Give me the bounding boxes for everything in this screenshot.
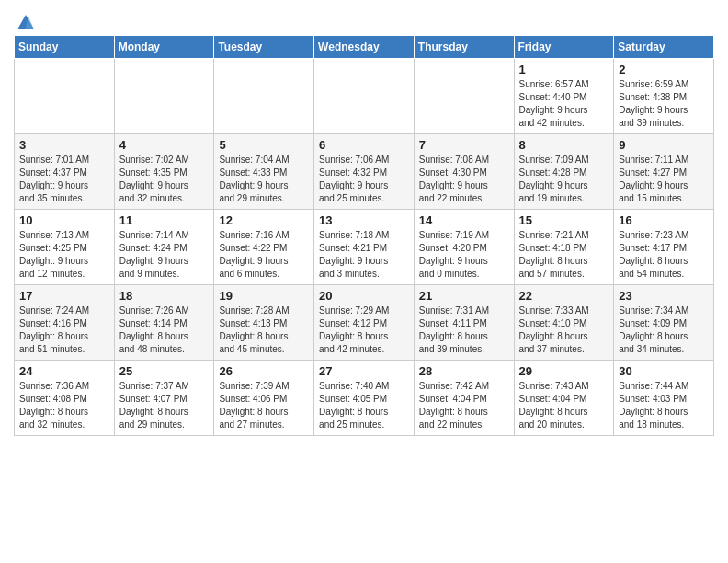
day-info: Sunrise: 7:28 AM Sunset: 4:13 PM Dayligh… — [219, 304, 309, 356]
day-info: Sunrise: 7:23 AM Sunset: 4:17 PM Dayligh… — [619, 229, 709, 281]
calendar-cell: 5Sunrise: 7:04 AM Sunset: 4:33 PM Daylig… — [214, 134, 314, 210]
calendar-cell: 15Sunrise: 7:21 AM Sunset: 4:18 PM Dayli… — [514, 210, 614, 285]
calendar-cell: 1Sunrise: 6:57 AM Sunset: 4:40 PM Daylig… — [514, 59, 614, 134]
weekday-header-friday: Friday — [514, 36, 614, 59]
calendar-cell: 28Sunrise: 7:42 AM Sunset: 4:04 PM Dayli… — [414, 361, 514, 436]
day-info: Sunrise: 7:43 AM Sunset: 4:04 PM Dayligh… — [519, 380, 609, 431]
day-info: Sunrise: 6:59 AM Sunset: 4:38 PM Dayligh… — [619, 78, 709, 130]
day-number: 9 — [619, 138, 709, 152]
calendar-cell: 12Sunrise: 7:16 AM Sunset: 4:22 PM Dayli… — [214, 210, 314, 285]
calendar-cell: 26Sunrise: 7:39 AM Sunset: 4:06 PM Dayli… — [214, 361, 314, 436]
day-info: Sunrise: 7:18 AM Sunset: 4:21 PM Dayligh… — [319, 229, 409, 281]
day-info: Sunrise: 7:40 AM Sunset: 4:05 PM Dayligh… — [319, 380, 409, 431]
calendar-cell: 13Sunrise: 7:18 AM Sunset: 4:21 PM Dayli… — [314, 210, 415, 285]
calendar-cell: 14Sunrise: 7:19 AM Sunset: 4:20 PM Dayli… — [414, 210, 514, 285]
day-number: 24 — [19, 364, 109, 378]
week-row-1: 1Sunrise: 6:57 AM Sunset: 4:40 PM Daylig… — [15, 59, 714, 134]
calendar-cell — [15, 59, 115, 134]
day-number: 16 — [619, 213, 709, 227]
calendar-cell: 27Sunrise: 7:40 AM Sunset: 4:05 PM Dayli… — [314, 361, 415, 436]
weekday-header-tuesday: Tuesday — [214, 36, 314, 59]
day-info: Sunrise: 7:21 AM Sunset: 4:18 PM Dayligh… — [519, 229, 609, 281]
calendar-cell — [414, 59, 514, 134]
day-info: Sunrise: 7:19 AM Sunset: 4:20 PM Dayligh… — [419, 229, 509, 281]
day-info: Sunrise: 7:09 AM Sunset: 4:28 PM Dayligh… — [519, 154, 609, 205]
calendar-cell: 24Sunrise: 7:36 AM Sunset: 4:08 PM Dayli… — [15, 361, 115, 436]
calendar-cell: 11Sunrise: 7:14 AM Sunset: 4:24 PM Dayli… — [114, 210, 214, 285]
day-number: 15 — [519, 213, 609, 227]
day-number: 22 — [519, 289, 609, 303]
day-info: Sunrise: 7:39 AM Sunset: 4:06 PM Dayligh… — [219, 380, 309, 431]
weekday-header-monday: Monday — [114, 36, 214, 59]
day-number: 17 — [19, 289, 109, 303]
day-number: 10 — [19, 213, 109, 227]
calendar-cell: 6Sunrise: 7:06 AM Sunset: 4:32 PM Daylig… — [314, 134, 415, 210]
calendar-cell — [214, 59, 314, 134]
calendar-table: SundayMondayTuesdayWednesdayThursdayFrid… — [14, 35, 714, 436]
calendar-cell: 3Sunrise: 7:01 AM Sunset: 4:37 PM Daylig… — [15, 134, 115, 210]
day-number: 30 — [619, 364, 709, 378]
day-number: 21 — [419, 289, 509, 303]
day-number: 3 — [19, 138, 109, 152]
day-info: Sunrise: 7:24 AM Sunset: 4:16 PM Dayligh… — [19, 304, 109, 356]
weekday-header-saturday: Saturday — [614, 36, 714, 59]
day-info: Sunrise: 7:26 AM Sunset: 4:14 PM Dayligh… — [119, 304, 210, 356]
calendar-cell: 17Sunrise: 7:24 AM Sunset: 4:16 PM Dayli… — [15, 285, 115, 361]
day-info: Sunrise: 7:37 AM Sunset: 4:07 PM Dayligh… — [119, 380, 210, 431]
day-number: 28 — [419, 364, 509, 378]
weekday-header-thursday: Thursday — [414, 36, 514, 59]
calendar-cell: 19Sunrise: 7:28 AM Sunset: 4:13 PM Dayli… — [214, 285, 314, 361]
calendar-cell: 16Sunrise: 7:23 AM Sunset: 4:17 PM Dayli… — [614, 210, 714, 285]
day-info: Sunrise: 7:34 AM Sunset: 4:09 PM Dayligh… — [619, 304, 709, 356]
day-info: Sunrise: 7:01 AM Sunset: 4:37 PM Dayligh… — [19, 154, 109, 205]
day-info: Sunrise: 7:14 AM Sunset: 4:24 PM Dayligh… — [119, 229, 210, 281]
day-number: 20 — [319, 289, 409, 303]
calendar-cell: 9Sunrise: 7:11 AM Sunset: 4:27 PM Daylig… — [614, 134, 714, 210]
calendar-cell: 20Sunrise: 7:29 AM Sunset: 4:12 PM Dayli… — [314, 285, 415, 361]
day-info: Sunrise: 7:06 AM Sunset: 4:32 PM Dayligh… — [319, 154, 409, 205]
calendar-cell: 22Sunrise: 7:33 AM Sunset: 4:10 PM Dayli… — [514, 285, 614, 361]
day-info: Sunrise: 7:29 AM Sunset: 4:12 PM Dayligh… — [319, 304, 409, 356]
week-row-5: 24Sunrise: 7:36 AM Sunset: 4:08 PM Dayli… — [15, 361, 714, 436]
calendar-cell: 18Sunrise: 7:26 AM Sunset: 4:14 PM Dayli… — [114, 285, 214, 361]
logo-icon — [16, 13, 36, 33]
calendar-cell: 21Sunrise: 7:31 AM Sunset: 4:11 PM Dayli… — [414, 285, 514, 361]
day-number: 19 — [219, 289, 309, 303]
calendar-cell: 2Sunrise: 6:59 AM Sunset: 4:38 PM Daylig… — [614, 59, 714, 134]
day-info: Sunrise: 7:36 AM Sunset: 4:08 PM Dayligh… — [19, 380, 109, 431]
day-info: Sunrise: 6:57 AM Sunset: 4:40 PM Dayligh… — [519, 78, 609, 130]
day-info: Sunrise: 7:33 AM Sunset: 4:10 PM Dayligh… — [519, 304, 609, 356]
day-number: 4 — [119, 138, 210, 152]
day-number: 11 — [119, 213, 210, 227]
week-row-3: 10Sunrise: 7:13 AM Sunset: 4:25 PM Dayli… — [15, 210, 714, 285]
day-number: 27 — [319, 364, 409, 378]
calendar-cell: 30Sunrise: 7:44 AM Sunset: 4:03 PM Dayli… — [614, 361, 714, 436]
day-number: 18 — [119, 289, 210, 303]
day-number: 13 — [319, 213, 409, 227]
day-info: Sunrise: 7:42 AM Sunset: 4:04 PM Dayligh… — [419, 380, 509, 431]
day-number: 26 — [219, 364, 309, 378]
calendar-cell: 4Sunrise: 7:02 AM Sunset: 4:35 PM Daylig… — [114, 134, 214, 210]
day-info: Sunrise: 7:13 AM Sunset: 4:25 PM Dayligh… — [19, 229, 109, 281]
day-number: 7 — [419, 138, 509, 152]
calendar-cell — [314, 59, 415, 134]
calendar-cell — [114, 59, 214, 134]
day-number: 23 — [619, 289, 709, 303]
day-info: Sunrise: 7:02 AM Sunset: 4:35 PM Dayligh… — [119, 154, 210, 205]
calendar-cell: 7Sunrise: 7:08 AM Sunset: 4:30 PM Daylig… — [414, 134, 514, 210]
day-number: 29 — [519, 364, 609, 378]
weekday-header-row: SundayMondayTuesdayWednesdayThursdayFrid… — [15, 36, 714, 59]
day-number: 8 — [519, 138, 609, 152]
day-info: Sunrise: 7:04 AM Sunset: 4:33 PM Dayligh… — [219, 154, 309, 205]
day-info: Sunrise: 7:08 AM Sunset: 4:30 PM Dayligh… — [419, 154, 509, 205]
day-info: Sunrise: 7:16 AM Sunset: 4:22 PM Dayligh… — [219, 229, 309, 281]
day-number: 1 — [519, 63, 609, 76]
calendar-cell: 25Sunrise: 7:37 AM Sunset: 4:07 PM Dayli… — [114, 361, 214, 436]
calendar-cell: 8Sunrise: 7:09 AM Sunset: 4:28 PM Daylig… — [514, 134, 614, 210]
week-row-4: 17Sunrise: 7:24 AM Sunset: 4:16 PM Dayli… — [15, 285, 714, 361]
day-info: Sunrise: 7:11 AM Sunset: 4:27 PM Dayligh… — [619, 154, 709, 205]
day-number: 6 — [319, 138, 409, 152]
day-number: 14 — [419, 213, 509, 227]
day-number: 12 — [219, 213, 309, 227]
calendar-cell: 29Sunrise: 7:43 AM Sunset: 4:04 PM Dayli… — [514, 361, 614, 436]
